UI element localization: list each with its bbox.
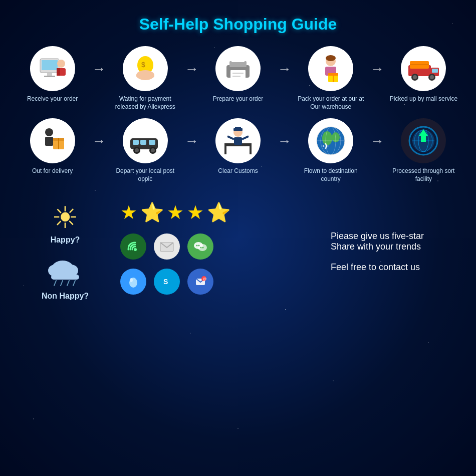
svg-point-29 <box>413 75 417 79</box>
process-row-2: Out for delivery → <box>15 118 461 183</box>
step-9-label: Flown to destination country <box>296 167 366 183</box>
svg-point-86 <box>130 278 133 282</box>
step-3-icon <box>215 46 261 91</box>
svg-rect-16 <box>231 59 245 62</box>
step-2-label: Wating for payment released by Aliexpres… <box>110 95 180 111</box>
svg-line-52 <box>227 136 234 139</box>
svg-point-42 <box>135 148 139 152</box>
star-4: ★ <box>187 203 204 222</box>
step-5-icon <box>401 46 446 91</box>
contact-icons-column: ★ ⭐ ★ ★ ⭐ <box>115 203 321 301</box>
svg-point-83 <box>200 247 202 249</box>
svg-text:✈: ✈ <box>322 141 330 151</box>
unhappy-contact-icons: S @ <box>120 269 321 295</box>
svg-point-84 <box>202 247 204 249</box>
step-5: Picked up by mall service <box>386 46 461 103</box>
star-5: ⭐ <box>207 203 230 222</box>
arrow-6: → <box>184 133 198 149</box>
svg-rect-51 <box>235 127 241 129</box>
step-4-label: Pack your order at our at Our warehouse <box>296 95 366 111</box>
arrow-5: → <box>92 133 106 149</box>
happy-block: ☀ Happy? <box>51 203 80 245</box>
non-happy-label: Non Happy? <box>42 292 89 301</box>
svg-rect-72 <box>51 275 79 280</box>
happy-contact-icons <box>120 233 321 260</box>
svg-line-74 <box>61 281 63 286</box>
svg-point-18 <box>326 55 336 61</box>
step-1-icon <box>30 46 75 91</box>
step-2-icon: $ <box>123 46 168 91</box>
page-title: Self-Help Shopping Guide <box>15 10 461 34</box>
step-3: Prepare your order <box>200 46 275 103</box>
svg-rect-10 <box>136 74 154 78</box>
arrow-2: → <box>184 61 198 77</box>
wechat-icon[interactable] <box>187 233 213 260</box>
step-7-icon <box>123 118 168 163</box>
step-4-icon <box>308 46 353 91</box>
svg-rect-39 <box>140 140 146 145</box>
svg-line-76 <box>73 281 75 286</box>
bubble-icon[interactable] <box>120 269 146 295</box>
step-8-label: Clear Customs <box>218 167 258 175</box>
skype-icon[interactable]: S <box>154 269 180 295</box>
svg-rect-40 <box>149 140 155 145</box>
svg-line-75 <box>67 281 69 286</box>
svg-line-73 <box>54 281 56 286</box>
arrow-7: → <box>278 133 292 149</box>
step-7: Depart your local post oppic <box>108 118 182 183</box>
mood-column: ☀ Happy? <box>15 203 115 301</box>
svg-rect-3 <box>44 76 55 77</box>
svg-point-82 <box>198 245 200 247</box>
step-10-label: Processed through sort facility <box>388 167 458 183</box>
star-3: ★ <box>167 203 184 222</box>
svg-point-4 <box>57 60 65 68</box>
process-row-1: Receive your order → $ Wating for paymen… <box>15 46 461 111</box>
arrow-1: → <box>92 61 106 77</box>
step-7-label: Depart your local post oppic <box>110 167 180 183</box>
mail-icon[interactable] <box>154 233 180 260</box>
step-5-label: Picked up by mall service <box>390 95 457 103</box>
svg-rect-25 <box>432 69 438 73</box>
contact-text: Feel free to contact us <box>331 262 461 273</box>
non-happy-block: Non Happy? <box>42 255 89 301</box>
cloud-rain-icon <box>45 255 85 289</box>
star-2: ⭐ <box>140 203 164 222</box>
step-9-icon: ✈ <box>308 118 353 163</box>
svg-text:S: S <box>163 278 168 286</box>
step-6-label: Out for delivery <box>32 167 73 175</box>
svg-point-31 <box>430 75 434 79</box>
svg-point-32 <box>45 128 53 136</box>
five-star-text: Piease give us five-star <box>331 231 461 242</box>
svg-rect-2 <box>47 73 52 76</box>
step-8: Clear Customs <box>200 118 275 175</box>
svg-rect-1 <box>42 60 58 70</box>
email-icon[interactable]: @ <box>187 269 213 295</box>
share-text: Share with your trends <box>331 242 461 252</box>
step-10: Processed through sort facility <box>386 118 461 183</box>
stars-row: ★ ⭐ ★ ★ ⭐ <box>120 203 321 222</box>
svg-point-77 <box>134 248 137 251</box>
star-1: ★ <box>120 203 137 222</box>
arrow-3: → <box>278 61 292 77</box>
svg-rect-68 <box>421 136 426 142</box>
right-text-column: Piease give us five-star Share with your… <box>321 203 461 301</box>
svg-rect-13 <box>230 70 246 80</box>
arrow-4: → <box>370 61 384 77</box>
happy-label: Happy? <box>51 235 80 245</box>
step-6-icon <box>30 118 75 163</box>
step-1-label: Receive your order <box>27 95 78 103</box>
sun-icon: ☀ <box>52 203 79 233</box>
svg-text:@: @ <box>203 277 207 281</box>
step-9: ✈ Flown to destination country <box>294 118 368 183</box>
svg-point-81 <box>196 245 198 247</box>
svg-rect-33 <box>45 137 53 146</box>
step-2: $ Wating for payment released by Aliexpr… <box>108 46 182 111</box>
phone-icon[interactable] <box>120 233 146 260</box>
step-8-icon <box>215 118 261 163</box>
svg-rect-6 <box>57 68 60 76</box>
step-4: Pack your order at our at Our warehouse <box>294 46 368 111</box>
arrow-8: → <box>370 133 384 149</box>
step-3-label: Prepare your order <box>213 95 264 103</box>
bottom-section: ☀ Happy? <box>15 203 461 301</box>
step-1: Receive your order <box>15 46 90 103</box>
